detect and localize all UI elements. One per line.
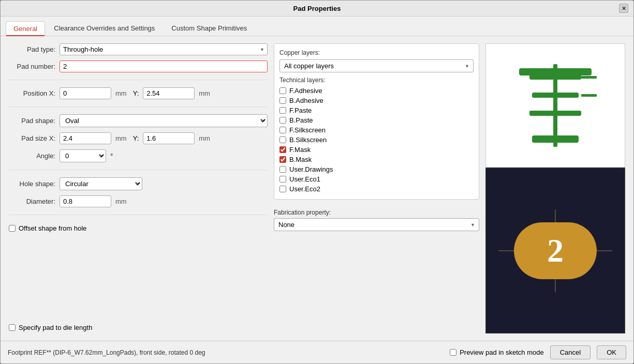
pad-type-select-wrap: Through-hole SMD Connector NPTH, Mechani…: [60, 43, 268, 55]
layer-f-adhesive: F.Adhesive: [279, 86, 474, 96]
f-paste-label: F.Paste: [289, 107, 312, 114]
offset-checkbox[interactable]: [9, 225, 16, 232]
svg-rect-5: [532, 135, 579, 143]
tab-general[interactable]: General: [6, 21, 45, 36]
specify-checkbox[interactable]: [9, 324, 16, 331]
svg-rect-2: [532, 93, 579, 98]
f-silkscreen-label: F.Silkscreen: [289, 126, 326, 134]
component-preview-svg: [504, 54, 607, 157]
left-column: Pad type: Through-hole SMD Connector NPT…: [9, 43, 268, 333]
pad-size-y-input[interactable]: [143, 132, 195, 144]
b-silkscreen-checkbox[interactable]: [279, 136, 286, 143]
svg-rect-3: [529, 111, 581, 116]
pad-number-input[interactable]: [60, 60, 268, 72]
position-y-unit: mm: [199, 89, 210, 97]
user-eco1-label: User.Eco1: [289, 175, 320, 183]
f-mask-label: F.Mask: [289, 146, 311, 154]
angle-select[interactable]: 0 90 180 270: [60, 149, 106, 162]
preview-sketch-row: Preview pad in sketch mode: [450, 348, 544, 356]
footer: Footprint REF** (DIP-6_W7.62mm_LongPads)…: [1, 341, 633, 363]
hole-shape-select[interactable]: Circular Oval: [60, 177, 142, 190]
offset-row: Offset shape from hole: [9, 222, 268, 234]
preview-sketch-checkbox[interactable]: [450, 349, 456, 356]
layer-b-silkscreen: B.Silkscreen: [279, 135, 474, 145]
tabs-bar: General Clearance Overrides and Settings…: [1, 17, 633, 36]
user-eco1-checkbox[interactable]: [279, 176, 286, 183]
pad-size-x-unit: mm: [115, 134, 127, 142]
layer-b-mask: B.Mask: [279, 155, 474, 164]
user-eco2-checkbox[interactable]: [279, 186, 286, 192]
close-button[interactable]: ✕: [619, 4, 628, 13]
tab-clearance[interactable]: Clearance Overrides and Settings: [46, 21, 163, 36]
pad-shape-select[interactable]: Circle Oval Rectangular Trapezoid: [60, 114, 268, 127]
layer-b-paste: B.Paste: [279, 115, 474, 125]
b-mask-label: B.Mask: [289, 156, 312, 163]
preview-bottom: 2: [485, 168, 625, 333]
pad-type-row: Pad type: Through-hole SMD Connector NPT…: [9, 43, 268, 55]
pad-shape-select-wrap: Circle Oval Rectangular Trapezoid: [60, 114, 268, 127]
ok-button[interactable]: OK: [597, 345, 626, 359]
svg-rect-6: [581, 76, 597, 79]
fabrication-section: Fabrication property: None BGA pad Fiduc…: [274, 205, 479, 231]
b-paste-checkbox[interactable]: [279, 117, 286, 124]
offset-label: Offset shape from hole: [19, 224, 86, 232]
specify-label: Specify pad to die length: [19, 324, 92, 331]
layer-user-eco2: User.Eco2: [279, 184, 474, 194]
b-silkscreen-label: B.Silkscreen: [289, 136, 327, 144]
f-silkscreen-checkbox[interactable]: [279, 127, 286, 133]
layer-f-mask: F.Mask: [279, 145, 474, 155]
b-adhesive-checkbox[interactable]: [279, 97, 286, 104]
f-paste-checkbox[interactable]: [279, 107, 286, 114]
user-drawings-label: User.Drawings: [289, 165, 333, 173]
user-eco2-label: User.Eco2: [289, 185, 320, 193]
angle-row: Angle: 0 90 180 270 °: [9, 149, 268, 162]
position-x-input[interactable]: [60, 87, 111, 99]
copper-dropdown-wrap: All copper layers F.Cu only B.Cu only F.…: [279, 59, 474, 72]
b-mask-checkbox[interactable]: [279, 156, 286, 163]
f-adhesive-label: F.Adhesive: [289, 87, 322, 95]
footprint-info: Footprint REF** (DIP-6_W7.62mm_LongPads)…: [8, 349, 205, 356]
main-panel: Pad type: Through-hole SMD Connector NPT…: [1, 36, 633, 341]
layer-user-eco1: User.Eco1: [279, 174, 474, 184]
pad-type-select[interactable]: Through-hole SMD Connector NPTH, Mechani…: [60, 43, 268, 55]
pad-number-label: Pad number:: [9, 63, 55, 70]
diameter-row: Diameter: mm: [9, 195, 268, 207]
tab-custom[interactable]: Custom Shape Primitives: [164, 21, 255, 36]
fab-property-select[interactable]: None BGA pad Fiducial, local Fiducial, g…: [274, 218, 479, 231]
hole-shape-select-wrap: Circular Oval: [60, 177, 142, 190]
hole-shape-row: Hole shape: Circular Oval: [9, 177, 268, 190]
user-drawings-checkbox[interactable]: [279, 166, 286, 173]
layer-b-adhesive: B.Adhesive: [279, 96, 474, 105]
angle-label: Angle:: [9, 152, 55, 160]
specify-row: Specify pad to die length: [9, 322, 268, 333]
pad-shape-label: Pad shape:: [9, 117, 55, 125]
preview-sketch-label: Preview pad in sketch mode: [460, 348, 544, 356]
copper-layers-select[interactable]: All copper layers F.Cu only B.Cu only F.…: [279, 59, 474, 72]
footer-right: Preview pad in sketch mode Cancel OK: [450, 345, 626, 359]
fab-section-title: Fabrication property:: [274, 209, 479, 216]
b-paste-label: B.Paste: [289, 116, 313, 124]
angle-unit: °: [110, 152, 113, 160]
content-area: Pad type: Through-hole SMD Connector NPT…: [1, 36, 633, 341]
title-bar: Pad Properties ✕: [1, 1, 633, 17]
pad-size-row: Pad size X: mm Y: mm: [9, 132, 268, 144]
cancel-button[interactable]: Cancel: [550, 345, 591, 359]
position-row: Position X: mm Y: mm: [9, 87, 268, 99]
diameter-input[interactable]: [60, 195, 111, 207]
diameter-label: Diameter:: [9, 198, 55, 205]
b-adhesive-label: B.Adhesive: [289, 97, 323, 104]
preview-column: 2: [485, 43, 625, 333]
svg-rect-4: [519, 68, 592, 75]
position-y-input[interactable]: [143, 87, 195, 99]
f-adhesive-checkbox[interactable]: [279, 87, 286, 94]
pad-number-preview: 2: [547, 232, 564, 270]
layer-user-drawings: User.Drawings: [279, 164, 474, 174]
pad-oval-preview: 2: [514, 222, 597, 279]
position-x-unit: mm: [115, 89, 127, 97]
right-column: Copper layers: All copper layers F.Cu on…: [274, 43, 479, 333]
pad-type-label: Pad type:: [9, 46, 55, 53]
f-mask-checkbox[interactable]: [279, 146, 286, 153]
pad-shape-row: Pad shape: Circle Oval Rectangular Trape…: [9, 114, 268, 127]
technical-section-title: Technical layers:: [279, 77, 474, 84]
pad-size-x-input[interactable]: [60, 132, 111, 144]
